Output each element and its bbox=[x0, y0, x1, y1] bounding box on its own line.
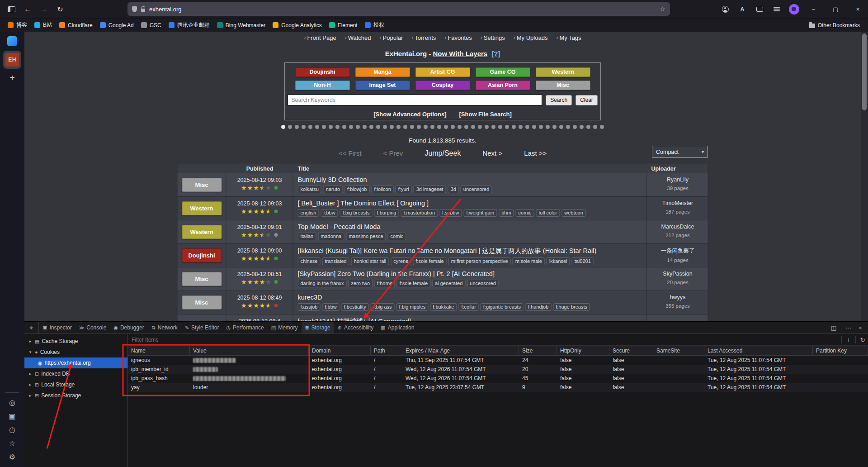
page-dot[interactable] bbox=[519, 125, 523, 129]
tag-chip[interactable]: f:big breasts bbox=[340, 209, 373, 217]
category-button-manga[interactable]: Manga bbox=[355, 67, 410, 77]
cookie-row-igneous[interactable]: igneousexhentai.org/Thu, 11 Sep 2025 11:… bbox=[128, 356, 868, 365]
category-button-non-h[interactable]: Non-H bbox=[295, 81, 350, 90]
page-dot[interactable] bbox=[586, 125, 590, 129]
page-dot[interactable] bbox=[491, 125, 495, 129]
cookie-col-secure[interactable]: Secure bbox=[609, 346, 653, 355]
tag-chip[interactable]: f:ssbbw bbox=[439, 209, 462, 217]
lock-icon[interactable] bbox=[141, 9, 145, 12]
tag-chip[interactable]: webtoon bbox=[561, 209, 586, 217]
page-dot[interactable] bbox=[376, 125, 380, 129]
uploader-link[interactable]: 一条闲鱼罢了 bbox=[647, 247, 708, 255]
tag-chip[interactable]: f:handjob bbox=[525, 303, 551, 311]
tag-chip[interactable]: full color bbox=[536, 209, 560, 217]
tag-chip[interactable]: bhm bbox=[499, 209, 514, 217]
prev-page-link[interactable]: < Prev bbox=[383, 149, 403, 157]
cookie-row-ipb-pass-hash[interactable]: ipb_pass_hashexhentai.org/Wed, 12 Aug 20… bbox=[128, 374, 868, 383]
storage-tree-item-cookies[interactable]: ▾●Cookies bbox=[24, 347, 127, 357]
gallery-title-link[interactable]: [week24341] 村野球球± [AI Generated] bbox=[298, 317, 642, 321]
tag-chip[interactable]: f:weight gain bbox=[463, 209, 497, 217]
tag-chip[interactable]: m:sole male bbox=[513, 257, 545, 265]
tag-chip[interactable]: tai0201 bbox=[572, 257, 594, 265]
page-dot[interactable] bbox=[302, 125, 306, 129]
tag-chip[interactable]: honkai star rail bbox=[351, 257, 389, 265]
nav-link-my-uploads[interactable]: ›My Uploads bbox=[514, 34, 548, 41]
uploader-link[interactable]: SkyPassion bbox=[647, 271, 708, 277]
category-button-cosplay[interactable]: Cosplay bbox=[415, 81, 470, 90]
row-category-button[interactable]: Western bbox=[182, 225, 222, 239]
tag-chip[interactable]: italian bbox=[298, 233, 316, 240]
cookie-col-partition-key[interactable]: Partition Key bbox=[813, 346, 868, 355]
page-dot[interactable] bbox=[444, 125, 448, 129]
devtools-tab-performance[interactable]: ◷Performance bbox=[222, 322, 267, 334]
devtools-tab-console[interactable]: ≫Console bbox=[75, 322, 110, 334]
translate-button[interactable]: A bbox=[735, 3, 750, 15]
refresh-items-icon[interactable]: ↻ bbox=[857, 336, 868, 343]
first-page-link[interactable]: << First bbox=[339, 149, 362, 157]
cookie-col-size[interactable]: Size bbox=[519, 346, 557, 355]
nav-link-my-tags[interactable]: ›My Tags bbox=[556, 34, 581, 41]
gallery-row[interactable]: Western2025-08-12 09:03★★★★★★★★★★[ Belt_… bbox=[178, 197, 708, 220]
cookie-row-yay[interactable]: yaylouderexhentai.org/Tue, 12 Aug 2025 2… bbox=[128, 383, 868, 392]
cookie-col-httponly[interactable]: HttpOnly bbox=[557, 346, 609, 355]
tag-chip[interactable]: f:bestiality bbox=[341, 303, 369, 311]
nav-link-watched[interactable]: ›Watched bbox=[345, 34, 371, 41]
page-dot[interactable] bbox=[295, 125, 299, 129]
tag-chip[interactable]: massimo pesce bbox=[346, 233, 386, 240]
gallery-title-link[interactable]: kurec3D bbox=[298, 294, 642, 301]
page-dot[interactable] bbox=[451, 125, 455, 129]
storage-tree-item-cache-storage[interactable]: ▸▤Cache Storage bbox=[24, 336, 127, 347]
bookmark-[interactable]: 博客 bbox=[5, 20, 30, 30]
collapsed-arrow-icon[interactable]: ▸ bbox=[28, 372, 33, 376]
row-category-button[interactable]: Misc bbox=[182, 178, 222, 192]
category-button-western[interactable]: Western bbox=[536, 67, 590, 77]
page-dot[interactable] bbox=[417, 125, 421, 129]
tag-chip[interactable]: 3d bbox=[448, 186, 459, 193]
page-dot[interactable] bbox=[349, 125, 353, 129]
page-dot[interactable] bbox=[600, 125, 604, 129]
page-dot[interactable] bbox=[478, 125, 482, 129]
search-input[interactable] bbox=[288, 95, 542, 105]
tag-chip[interactable]: f:bbw bbox=[322, 303, 339, 311]
bookmark-element[interactable]: Element bbox=[326, 21, 361, 30]
gallery-title-link[interactable]: [SkyPassion] Zero Two (Darling in the Fr… bbox=[298, 270, 642, 277]
gallery-row[interactable]: Misc2025-08-12 08:49★★★★★★★★★★kurec3Df:a… bbox=[178, 291, 708, 315]
storage-tree-item-session-storage[interactable]: ▸⊞Session Storage bbox=[24, 390, 127, 401]
tab-exhentai[interactable]: EH bbox=[3, 51, 21, 69]
address-bar[interactable]: exhentai.org ☆ bbox=[127, 2, 670, 16]
storage-tree-item-indexed-db[interactable]: ▸⊟Indexed DB bbox=[24, 368, 127, 379]
tag-chip[interactable]: f:blowjob bbox=[344, 186, 369, 193]
layers-link[interactable]: Now With Layers bbox=[433, 50, 487, 57]
account-button[interactable] bbox=[717, 3, 733, 15]
row-category-button[interactable]: Western bbox=[182, 201, 222, 215]
gallery-row[interactable]: Misc2025-08-12 09:03★★★★★★★★★★BunnyLily … bbox=[178, 173, 708, 197]
profile-button[interactable] bbox=[786, 3, 802, 15]
category-button-doujinshi[interactable]: Doujinshi bbox=[295, 67, 350, 77]
sidebar-top-icon[interactable] bbox=[7, 36, 17, 46]
devtools-tab-memory[interactable]: ▤Memory bbox=[268, 322, 302, 334]
page-dot[interactable] bbox=[315, 125, 319, 129]
cookie-row-ipb-member-id[interactable]: ipb_member_idexhentai.org/Wed, 12 Aug 20… bbox=[128, 365, 868, 374]
reload-button[interactable]: ↻ bbox=[52, 3, 68, 15]
nav-link-torrents[interactable]: ›Torrents bbox=[411, 34, 436, 41]
category-button-image-set[interactable]: Image Set bbox=[355, 81, 410, 90]
tag-chip[interactable]: koikatsu bbox=[298, 186, 321, 193]
tag-chip[interactable]: f:yuri bbox=[396, 186, 412, 193]
devtools-close-icon[interactable]: × bbox=[854, 324, 866, 331]
row-category-button[interactable]: Doujinshi bbox=[182, 248, 222, 262]
history-icon[interactable]: ◷ bbox=[9, 426, 15, 434]
page-dot[interactable] bbox=[383, 125, 387, 129]
page-dot[interactable] bbox=[532, 125, 536, 129]
close-button[interactable]: × bbox=[848, 0, 868, 18]
tag-chip[interactable]: f:sole female bbox=[413, 257, 446, 265]
tag-chip[interactable]: f:big nipples bbox=[396, 303, 429, 311]
tag-chip[interactable]: chinese bbox=[298, 257, 321, 265]
tag-chip[interactable]: ikkansei bbox=[547, 257, 570, 265]
page-dot[interactable] bbox=[552, 125, 557, 129]
cookie-col-path[interactable]: Path bbox=[371, 346, 402, 355]
page-dot[interactable] bbox=[281, 125, 285, 129]
nav-link-favorites[interactable]: ›Favorites bbox=[444, 34, 472, 41]
tag-chip[interactable]: naruto bbox=[323, 186, 343, 193]
cookie-col-expires-max-age[interactable]: Expires / Max-Age bbox=[402, 346, 519, 355]
collapsed-arrow-icon[interactable]: ▸ bbox=[28, 382, 33, 387]
